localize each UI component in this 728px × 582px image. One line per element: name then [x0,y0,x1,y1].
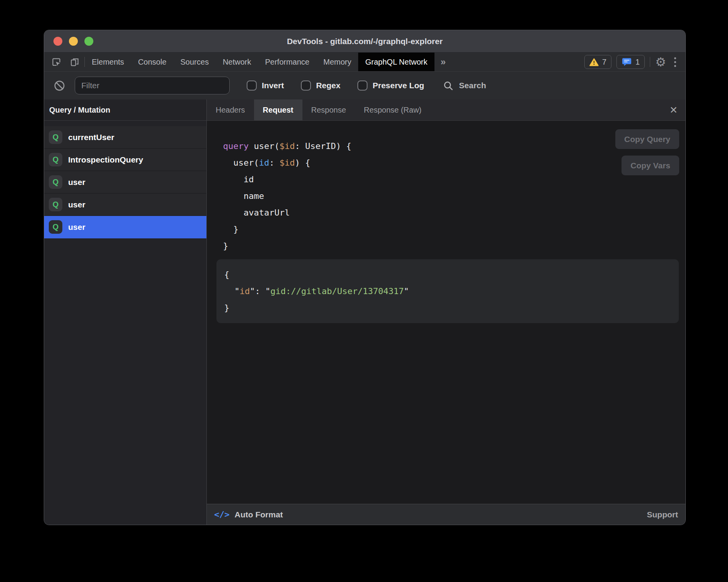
preserve-log-label: Preserve Log [373,81,424,90]
tab-response[interactable]: Response [302,99,355,120]
navbar-right-separator [650,57,650,67]
tab-console[interactable]: Console [131,53,173,71]
invert-label: Invert [262,81,284,90]
settings-gear-icon[interactable]: ⚙ [655,56,666,68]
warnings-count: 7 [602,58,606,67]
copy-buttons: Copy Query Copy Vars [615,129,679,175]
invert-checkbox-group: Invert [247,80,284,91]
list-item-label: currentUser [68,133,114,142]
list-item-label: user [68,200,85,209]
warning-icon [589,58,599,66]
clear-block-icon[interactable] [53,80,65,92]
code-brackets-icon: </> [214,510,230,519]
query-type-icon: Q [49,198,62,211]
titlebar: DevTools - gitlab.com/-/graphql-explorer [44,30,685,52]
query-list: Q currentUser Q IntrospectionQuery Q use… [44,121,206,238]
query-list-panel: Query / Mutation Q currentUser Q Introsp… [44,99,207,525]
variables-line-2: "id": "gid://gitlab/User/13704317" [224,283,679,300]
preserve-log-checkbox[interactable] [357,80,367,91]
detail-footer: </> Auto Format Support [207,504,685,525]
tab-memory[interactable]: Memory [316,53,358,71]
tab-response-raw[interactable]: Response (Raw) [355,99,431,120]
issues-count: 1 [635,58,640,67]
filter-bar: Invert Regex Preserve Log Search [44,71,685,99]
query-type-icon: Q [49,175,62,189]
tab-performance[interactable]: Performance [258,53,317,71]
query-line-4: name [223,188,685,204]
variables-line-3: } [224,300,679,316]
list-item-user-2[interactable]: Q user [44,193,206,216]
filter-input[interactable] [75,77,230,94]
graphql-query-code: query user($id: UserID) { user(id: $id) … [207,121,685,254]
detail-panel: Headers Request Response Response (Raw) … [207,99,685,525]
navbar-right: 7 1 ⚙ [584,53,685,71]
devtools-window: DevTools - gitlab.com/-/graphql-explorer… [44,30,685,525]
window-title: DevTools - gitlab.com/-/graphql-explorer [44,37,685,46]
auto-format-button[interactable]: Auto Format [235,510,283,519]
list-item-currentUser[interactable]: Q currentUser [44,126,206,149]
query-line-7: } [223,238,685,254]
query-line-6: } [223,221,685,238]
list-item-label: user [68,223,85,232]
warnings-badge[interactable]: 7 [584,55,611,69]
query-type-icon: Q [49,220,62,234]
list-item-introspection-query[interactable]: Q IntrospectionQuery [44,149,206,171]
tab-request[interactable]: Request [254,99,302,120]
main-area: Query / Mutation Q currentUser Q Introsp… [44,99,685,525]
list-item-user-3-selected[interactable]: Q user [44,216,206,238]
tab-network[interactable]: Network [216,53,258,71]
variables-line-1: { [224,266,679,283]
tab-elements[interactable]: Elements [85,53,131,71]
copy-query-button[interactable]: Copy Query [615,129,679,149]
kebab-menu-icon[interactable] [671,57,679,67]
query-type-icon: Q [49,130,62,144]
query-type-icon: Q [49,153,62,166]
issues-badge[interactable]: 1 [616,55,645,69]
list-item-label: user [68,178,85,187]
close-panel-icon[interactable]: ✕ [670,105,678,115]
more-tabs-icon[interactable]: » [434,53,452,71]
search-label: Search [459,81,486,90]
tab-headers[interactable]: Headers [207,99,254,120]
devtools-navbar: Elements Console Sources Network Perform… [44,52,685,71]
invert-checkbox[interactable] [247,80,257,91]
close-window-button[interactable] [53,37,62,46]
zoom-window-button[interactable] [84,37,93,46]
regex-checkbox-group: Regex [301,80,340,91]
message-bubble-icon [622,57,632,67]
tab-graphql-network[interactable]: GraphQL Network [358,53,434,71]
support-link[interactable]: Support [647,510,678,519]
inspect-element-icon[interactable] [51,57,62,67]
detail-tabs: Headers Request Response Response (Raw) … [207,99,685,121]
query-list-header: Query / Mutation [44,99,206,121]
list-item-user-1[interactable]: Q user [44,171,206,193]
query-line-5: avatarUrl [223,204,685,221]
preserve-log-checkbox-group: Preserve Log [357,80,424,91]
list-item-label: IntrospectionQuery [68,155,143,164]
minimize-window-button[interactable] [69,37,78,46]
request-content: query user($id: UserID) { user(id: $id) … [207,121,685,504]
traffic-lights [53,37,93,46]
query-variables-box: { "id": "gid://gitlab/User/13704317" } [216,259,679,323]
search-group[interactable]: Search [443,80,486,91]
regex-checkbox[interactable] [301,80,311,91]
regex-label: Regex [316,81,340,90]
copy-vars-button[interactable]: Copy Vars [622,156,679,175]
search-icon [443,80,454,91]
navbar-icons [44,53,84,71]
tab-sources[interactable]: Sources [173,53,216,71]
device-toolbar-icon[interactable] [69,57,80,67]
